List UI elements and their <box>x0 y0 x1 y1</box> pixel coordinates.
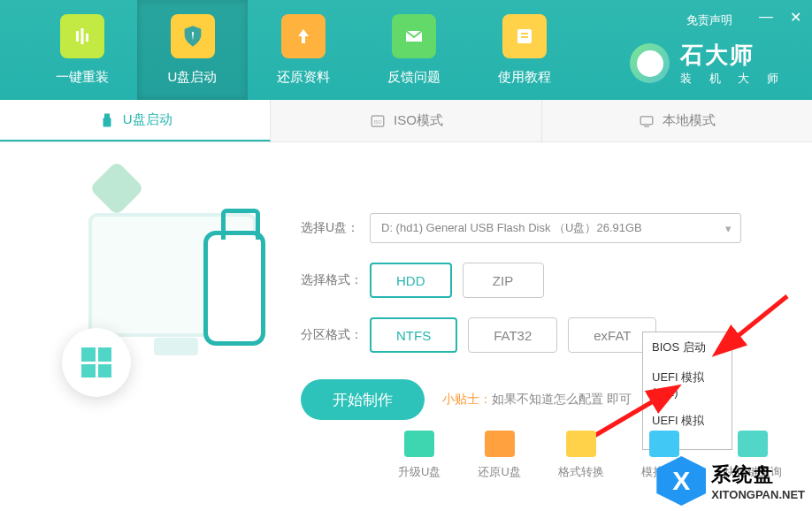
usb-dropdown[interactable]: D: (hd1) General USB Flash Disk （U盘）26.9… <box>370 213 741 243</box>
monitor-icon <box>638 112 655 130</box>
usb-dropdown-value: D: (hd1) General USB Flash Disk （U盘）26.9… <box>381 220 642 236</box>
windows-logo-icon <box>62 328 131 397</box>
tool-label: 格式转换 <box>558 464 604 480</box>
subtab-usb-boot[interactable]: U盘启动 <box>0 100 271 141</box>
header-tab-label: 使用教程 <box>498 69 551 86</box>
tip-label: 小贴士： <box>442 392 492 406</box>
svg-text:ISO: ISO <box>374 119 382 125</box>
brand-subtitle: 装 机 大 师 <box>680 71 785 87</box>
brand: 石大师 装 机 大 师 <box>630 40 785 87</box>
header-tab-label: 还原资料 <box>277 69 330 86</box>
iso-icon: ISO <box>369 112 387 130</box>
header-tabs: 一键重装 U盘启动 还原资料 反馈问题 使用教程 <box>0 0 579 100</box>
partition-ntfs[interactable]: NTFS <box>370 317 457 353</box>
popup-item-uefi32[interactable]: UEFI 模拟(x32) <box>643 362 732 406</box>
disclaimer-link[interactable]: 免责声明 <box>686 12 732 28</box>
svg-rect-7 <box>104 113 110 118</box>
header-tab-usb-boot[interactable]: U盘启动 <box>137 0 248 100</box>
restore-icon <box>281 14 326 58</box>
format-convert-icon <box>566 431 596 457</box>
tool-label: 升级U盘 <box>398 464 440 480</box>
subtab-label: U盘启动 <box>123 111 172 128</box>
watermark: X 系统盘 XITONGPAN.NET <box>656 456 805 506</box>
tool-format-convert[interactable]: 格式转换 <box>558 431 604 480</box>
mode-subtabs: U盘启动 ISO ISO模式 本地模式 <box>0 100 812 142</box>
window-controls: — ✕ <box>758 9 803 26</box>
header-tab-one-click[interactable]: 一键重装 <box>27 0 137 100</box>
header-tab-feedback[interactable]: 反馈问题 <box>358 0 469 100</box>
usb-restore-icon <box>485 431 515 457</box>
usb-illustration <box>35 169 265 416</box>
usb-graphic <box>203 231 265 346</box>
envelope-icon <box>392 14 436 58</box>
diamond-icon <box>89 161 144 216</box>
minimize-button[interactable]: — <box>758 9 774 26</box>
tool-label: 还原U盘 <box>478 464 520 480</box>
header-tab-tutorial[interactable]: 使用教程 <box>469 0 579 100</box>
watermark-url: XITONGPAN.NET <box>711 488 805 501</box>
sim-boot-icon <box>649 431 679 457</box>
svg-rect-1 <box>80 28 83 44</box>
header-tab-label: 一键重装 <box>56 69 109 86</box>
close-button[interactable]: ✕ <box>787 9 803 26</box>
header-tab-label: 反馈问题 <box>387 69 440 86</box>
header-tab-restore[interactable]: 还原资料 <box>248 0 358 100</box>
write-mode-zip[interactable]: ZIP <box>463 263 544 298</box>
svg-rect-2 <box>86 34 88 42</box>
tip-text-row: 小贴士：如果不知道怎么配置 即可 <box>442 392 632 408</box>
usb-stick-icon <box>98 111 116 129</box>
subtab-label: 本地模式 <box>663 112 716 129</box>
brand-logo-icon <box>630 43 670 83</box>
app-header: 一键重装 U盘启动 还原资料 反馈问题 使用教程 免责声明 <box>0 0 812 100</box>
subtab-label: ISO模式 <box>394 112 443 129</box>
book-icon <box>502 14 547 58</box>
partition-group: NTFS FAT32 exFAT <box>370 317 656 353</box>
select-usb-label: 选择U盘： <box>301 220 370 236</box>
brand-title: 石大师 <box>680 40 785 71</box>
chevron-down-icon: ▾ <box>725 222 732 235</box>
usb-upgrade-icon <box>404 431 434 457</box>
watermark-title: 系统盘 <box>711 461 805 488</box>
svg-rect-11 <box>641 116 654 124</box>
tip-text: 如果不知道怎么配置 即可 <box>492 392 632 406</box>
write-mode-group: HDD ZIP <box>370 263 544 298</box>
popup-item-bios[interactable]: BIOS 启动 <box>643 332 732 362</box>
tool-upgrade-usb[interactable]: 升级U盘 <box>398 431 440 480</box>
partition-fat32[interactable]: FAT32 <box>468 317 557 353</box>
watermark-badge-icon: X <box>656 456 706 506</box>
reinstall-icon <box>60 14 104 58</box>
tool-restore-usb[interactable]: 还原U盘 <box>478 431 520 480</box>
svg-rect-8 <box>103 118 111 127</box>
partition-label: 分区格式： <box>301 327 370 343</box>
subtab-local-mode[interactable]: 本地模式 <box>542 100 812 141</box>
svg-rect-0 <box>76 31 79 42</box>
keyboard-icon <box>738 431 768 457</box>
header-tab-label: U盘启动 <box>168 69 218 86</box>
write-mode-hdd[interactable]: HDD <box>370 263 452 298</box>
start-create-button[interactable]: 开始制作 <box>301 379 425 420</box>
usb-shield-icon <box>171 14 215 58</box>
subtab-iso-mode[interactable]: ISO ISO模式 <box>271 100 541 141</box>
write-mode-label: 选择格式： <box>301 272 370 288</box>
